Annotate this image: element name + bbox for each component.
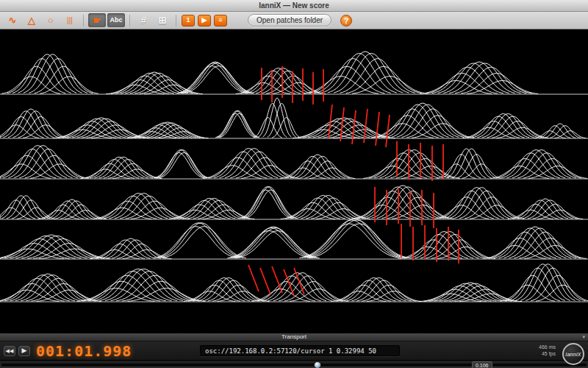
timeline-slider[interactable]: 0.106 — [0, 360, 588, 368]
transport-main: ◀◀ ▶ 001:01.998 osc://192.168.0.2:57120/… — [0, 342, 588, 360]
triangle-curve-icon: △ — [28, 15, 35, 25]
transport-header: Transport ▾ — [0, 333, 588, 342]
smooth-curve-icon: ∿ — [9, 15, 17, 25]
toolbar-separator — [83, 15, 84, 26]
open-patches-folder-button[interactable]: Open patches folder — [248, 14, 331, 26]
rewind-button[interactable]: ◀◀ — [4, 346, 15, 356]
play-transport-icon: ▶ — [22, 347, 27, 354]
iannix-window: IanniX — New score ∿ △ ○ ||| ☛ Abc # ⊞ — [0, 0, 588, 368]
tool-add-cursor[interactable]: ||| — [61, 13, 79, 27]
message-log-icon: ≡ — [218, 17, 222, 24]
tool-triangle-curve[interactable]: △ — [23, 13, 40, 27]
grid-icon: # — [140, 15, 146, 25]
hand-pan-icon: ☛ — [93, 15, 101, 25]
tool-play[interactable]: ▶ — [198, 15, 211, 26]
tool-text[interactable]: Abc — [107, 13, 125, 27]
tool-snap-grid[interactable]: ⊞ — [154, 13, 171, 27]
open-patches-folder-label: Open patches folder — [257, 16, 323, 24]
fps-value: 45 fps — [539, 350, 556, 357]
text-tool-icon: Abc — [110, 17, 122, 24]
toolbar-separator — [129, 15, 130, 26]
snap-grid-icon: ⊞ — [159, 15, 167, 25]
tool-ellipse[interactable]: ○ — [42, 13, 60, 27]
toolbar: ∿ △ ○ ||| ☛ Abc # ⊞ 1 ▶ ≡ — [0, 12, 588, 29]
tool-trigger-one[interactable]: 1 — [182, 15, 195, 26]
score-canvas[interactable] — [0, 29, 588, 333]
tool-smooth-curve[interactable]: ∿ — [4, 13, 21, 27]
osc-message-display: osc://192.168.0.2:57120/cursor 1 0.32994… — [200, 345, 400, 356]
cursor-lines-icon: ||| — [67, 17, 73, 24]
window-title: IanniX — New score — [259, 1, 329, 10]
help-button[interactable]: ? — [340, 15, 352, 26]
ellipse-icon: ○ — [48, 15, 54, 25]
play-icon: ▶ — [202, 17, 207, 24]
tool-hand-pan[interactable]: ☛ — [88, 13, 106, 27]
toolbar-separator — [176, 15, 176, 26]
transport-title: Transport — [282, 333, 306, 340]
slider-value: 0.106 — [472, 361, 492, 368]
score-canvas-svg[interactable] — [0, 29, 588, 333]
slider-thumb[interactable] — [314, 361, 321, 368]
iannix-logo: IanniX — [562, 343, 584, 365]
slider-track[interactable] — [1, 364, 587, 367]
rewind-icon: ◀◀ — [6, 348, 14, 353]
play-button[interactable]: ▶ — [18, 346, 30, 356]
tool-message-log[interactable]: ≡ — [214, 15, 227, 26]
latency-value: 466 ms — [539, 344, 556, 350]
transport-deck: Transport ▾ ◀◀ ▶ 001:01.998 osc://192.16… — [0, 333, 588, 368]
help-icon: ? — [344, 16, 349, 25]
transport-collapse-icon[interactable]: ▾ — [582, 333, 585, 341]
transport-time-display: 001:01.998 — [36, 342, 132, 360]
iannix-logo-text: IanniX — [565, 352, 581, 357]
tool-grid[interactable]: # — [135, 13, 152, 27]
title-bar: IanniX — New score — [0, 0, 588, 12]
trigger-one-icon: 1 — [186, 17, 190, 24]
performance-stats: 466 ms 45 fps — [539, 344, 556, 357]
